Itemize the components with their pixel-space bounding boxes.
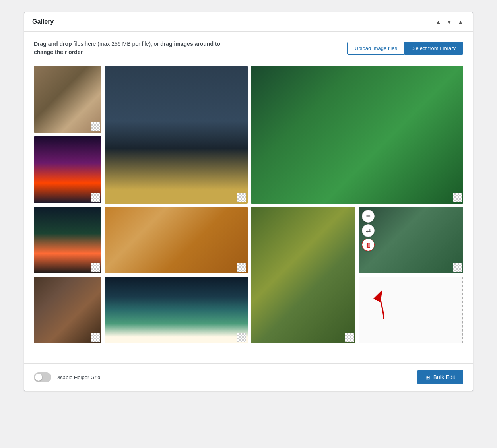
gallery-panel: Gallery ▲ ▼ ▲ Drag and drop files here (… — [24, 12, 473, 391]
helper-grid-toggle[interactable] — [34, 372, 51, 382]
move-down-button[interactable]: ▼ — [445, 18, 454, 26]
gallery-image-rocks[interactable] — [34, 277, 101, 343]
panel-controls: ▲ ▼ ▲ — [434, 18, 465, 26]
checker-icon-2 — [237, 193, 246, 202]
panel-body: Drag and drop files here (max 256 MB per… — [24, 32, 473, 363]
checker-icon-river — [345, 333, 354, 342]
gallery-image-river[interactable] — [251, 207, 355, 343]
panel-header: Gallery ▲ ▼ ▲ — [24, 12, 473, 32]
bulk-edit-button[interactable]: ⊞ Bulk Edit — [417, 370, 463, 384]
toolbar-row: Drag and drop files here (max 256 MB per… — [34, 40, 463, 56]
edit-image-button[interactable]: ✏ — [362, 210, 375, 223]
toggle-label: Disable Helper Grid — [55, 374, 100, 380]
action-buttons: Upload image files Select from Library — [347, 42, 463, 55]
swap-image-button[interactable]: ⇄ — [362, 224, 375, 237]
gallery-image-aurora[interactable] — [105, 277, 248, 343]
bulk-edit-label: Bulk Edit — [433, 374, 455, 380]
gallery-image-1[interactable] — [34, 66, 101, 133]
checker-icon-aurora — [237, 333, 246, 342]
checker-icon-waterfall — [453, 263, 462, 272]
toggle-wrap: Disable Helper Grid — [34, 372, 100, 382]
gallery-image-waterfall-wrap: ✏ ⇄ 🗑 — [359, 207, 463, 273]
gallery-description: Drag and drop files here (max 256 MB per… — [34, 40, 241, 56]
gallery-image-large[interactable] — [251, 66, 463, 204]
collapse-button[interactable]: ▲ — [456, 18, 465, 26]
image-action-buttons: ✏ ⇄ 🗑 — [362, 210, 375, 251]
upload-image-files-button[interactable]: Upload image files — [347, 42, 405, 55]
gallery-placeholder — [359, 277, 463, 343]
delete-image-button[interactable]: 🗑 — [362, 239, 375, 251]
gallery-image-3[interactable] — [34, 136, 101, 203]
checker-icon-large — [453, 193, 462, 202]
checker-icon-5 — [237, 263, 246, 272]
gallery-image-4[interactable] — [34, 207, 101, 273]
gallery-grid: ✏ ⇄ 🗑 — [34, 66, 463, 343]
gallery-image-2[interactable] — [105, 66, 248, 204]
checker-icon-3 — [91, 193, 100, 202]
bulk-edit-icon: ⊞ — [425, 374, 430, 380]
move-up-button[interactable]: ▲ — [434, 18, 443, 26]
gallery-bottom-right: ✏ ⇄ 🗑 — [251, 207, 463, 343]
checker-icon-rocks — [91, 333, 100, 342]
panel-footer: Disable Helper Grid ⊞ Bulk Edit — [24, 363, 473, 391]
checker-icon-4 — [91, 263, 100, 272]
checker-icon-1 — [91, 122, 100, 131]
panel-title: Gallery — [32, 18, 54, 25]
select-from-library-button[interactable]: Select from Library — [405, 42, 463, 55]
gallery-image-5[interactable] — [105, 207, 248, 273]
drag-drop-text: Drag and drop — [34, 41, 72, 47]
